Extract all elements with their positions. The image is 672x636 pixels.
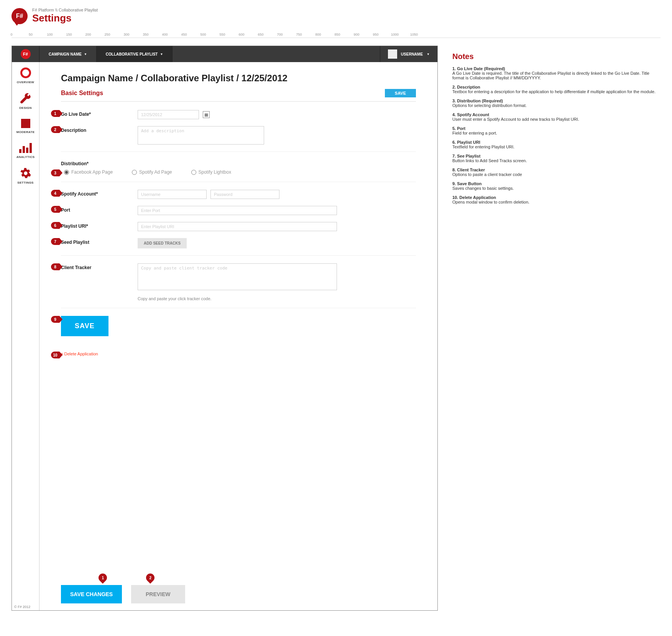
bottom-action-bar: SAVE CHANGES PREVIEW [61,585,185,603]
save-changes-button[interactable]: SAVE CHANGES [61,585,122,603]
radio-spotify-ad-label: Spotify Ad Page [139,169,172,175]
radio-spotify-lightbox[interactable]: Spotify Lightbox [191,169,231,175]
callout-9: 9 [51,316,59,323]
delete-application-link[interactable]: x Delete Application [61,352,98,356]
nav-campaign[interactable]: CAMPAIGN NAME ▼ [39,46,97,62]
ruler-tick: 300 [123,33,129,36]
spotify-username-input[interactable] [138,190,207,199]
ruler-tick: 600 [238,33,244,36]
calendar-icon[interactable]: ▦ [203,111,210,118]
note-body: Saves changes to basic settings. [452,186,659,191]
ruler-tick: 250 [104,33,110,36]
note-body: Button links to Add Seed Tracks screen. [452,158,659,163]
note-item: 5. PortField for entering a port. [452,126,659,135]
wrench-icon [20,93,31,104]
notes-panel: Notes 1. Go Live Date (Required)A Go Liv… [452,52,659,209]
note-title: 3. Distribution (Required) [452,99,659,103]
note-title: 9. Save Button [452,181,659,186]
label-playlist-uri: Playlist URI* [61,222,138,229]
sidebar-item-analytics[interactable]: ANALYTICS [12,138,39,163]
playlist-uri-input[interactable] [138,222,337,231]
radio-facebook-label: Facebook App Page [71,169,113,175]
ruler-tick: 50 [29,33,33,36]
sidebar-label: MODERATE [16,130,35,134]
note-item: 9. Save ButtonSaves changes to basic set… [452,181,659,191]
square-icon [21,119,30,128]
save-top-button[interactable]: SAVE [385,89,416,97]
port-input[interactable] [138,206,337,215]
ruler: 0501001502002503003504004505005506006507… [12,28,660,38]
note-body: User must enter a Spotify Account to add… [452,117,659,122]
logo-small-icon: F# [21,49,31,59]
sidebar-item-design[interactable]: DESIGN [12,88,39,113]
nav-playlist[interactable]: COLLABORATIVE PLAYLIST ▼ [97,46,173,62]
ruler-tick: 200 [85,33,91,36]
note-item: 7. See PlaylistButton links to Add Seed … [452,154,659,163]
pin-2: 2 [144,572,156,583]
client-tracker-input[interactable] [138,263,337,290]
radio-spotify-lightbox-input[interactable] [191,170,196,175]
sidebar-item-overview[interactable]: OVERVIEW [12,62,39,88]
sidebar-label: ANALYTICS [16,155,35,159]
nav-logo[interactable]: F# [12,46,39,62]
ruler-tick: 800 [315,33,321,36]
nav-spacer [173,46,380,62]
radio-facebook-input[interactable] [64,170,69,175]
ruler-tick: 100 [47,33,53,36]
main-content: Campaign Name / Collaborative Playlist /… [39,62,437,610]
note-item: 3. Distribution (Required)Options for se… [452,99,659,108]
divider [61,308,416,308]
callout-10: 10 [51,352,59,358]
ruler-tick: 150 [66,33,72,36]
sidebar-item-moderate[interactable]: MODERATE [12,113,39,138]
radio-spotify-lightbox-label: Spotify Lightbox [199,169,231,175]
note-body: Textfield for entering Playlist URI. [452,145,659,149]
label-port: Port [61,206,138,213]
caret-down-icon: ▼ [427,53,430,56]
radio-facebook[interactable]: Facebook App Page [64,169,113,175]
go-live-input[interactable] [138,110,199,119]
label-client-tracker: Client Tracker [61,263,138,270]
divider [61,182,416,182]
note-body: Field for entering a port. [452,131,659,135]
sidebar-label: OVERVIEW [17,81,34,84]
logo-icon: F# [12,8,28,24]
radio-spotify-ad-input[interactable] [132,170,137,175]
radio-spotify-ad[interactable]: Spotify Ad Page [132,169,172,175]
ruler-tick: 0 [10,33,12,36]
add-seed-tracks-button[interactable]: ADD SEED TRACKS [138,238,187,248]
note-item: 1. Go Live Date (Required)A Go Live Date… [452,66,659,80]
note-item: 6. Playlist URITextfield for entering Pl… [452,140,659,149]
sidebar-label: DESIGN [19,106,31,110]
ruler-tick: 550 [219,33,225,36]
copyright: © F# 2012 [14,605,30,609]
callout-8: 8 [51,263,59,270]
divider [61,255,416,256]
nav-playlist-label: COLLABORATIVE PLAYLIST [106,52,158,56]
note-body: A Go Live Date is required. The title of… [452,71,659,80]
label-go-live: Go Live Date* [61,110,138,117]
label-seed-playlist: Seed Playlist [61,238,138,245]
ruler-tick: 350 [143,33,148,36]
note-item: 2. DescriptionTextbox for entering a des… [452,85,659,94]
sidebar-label: SETTINGS [17,181,33,184]
nav-user[interactable]: USERNAME ▼ [380,46,437,62]
spotify-password-input[interactable] [210,190,279,199]
note-title: 8. Client Tracker [452,168,659,172]
note-title: 4. Spotify Account [452,112,659,117]
save-button[interactable]: SAVE [61,316,108,336]
description-input[interactable] [138,126,264,145]
pin-1: 1 [97,572,108,583]
app-window: F# CAMPAIGN NAME ▼ COLLABORATIVE PLAYLIS… [12,46,438,611]
gear-icon [20,168,31,179]
ruler-tick: 450 [181,33,187,36]
callout-7: 7 [51,238,59,245]
preview-button[interactable]: PREVIEW [131,585,185,603]
callout-5: 5 [51,206,59,213]
caret-down-icon: ▼ [84,53,87,56]
nav-campaign-label: CAMPAIGN NAME [49,52,82,56]
sidebar-item-settings[interactable]: SETTINGS [12,163,39,188]
ruler-tick: 1000 [391,33,399,36]
page-header: F# F# Platform \\ Collaborative Playlist… [0,0,672,28]
tracker-helper-text: Copy and paste your click tracker code. [138,296,212,301]
